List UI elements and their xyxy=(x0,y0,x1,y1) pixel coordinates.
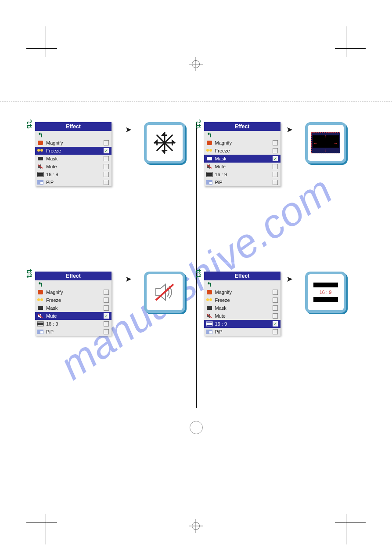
menu-item-label: 16 : 9 xyxy=(46,172,101,177)
magnify-icon xyxy=(206,140,213,146)
ratio-icon xyxy=(37,171,44,178)
checkbox-checked: ✓ xyxy=(104,148,109,153)
checkbox xyxy=(273,140,278,145)
quad-mask: ⇄⇄ Effect ↰ Magnify Freeze Mask✓ Mute 16… xyxy=(196,122,357,263)
menu-item-mask[interactable]: Mask xyxy=(35,155,111,163)
mask-preview: ↑ ↓ ← → xyxy=(311,132,340,153)
svg-point-33 xyxy=(206,298,209,301)
svg-rect-21 xyxy=(209,182,212,184)
menu-item-label: Mute xyxy=(46,164,101,169)
menu-item-label: 16 : 9 xyxy=(46,321,101,326)
mask-icon xyxy=(37,305,44,311)
menu-item-pip[interactable]: PiP xyxy=(35,328,111,336)
back-arrow-icon: ↰ xyxy=(206,281,213,287)
menu-item-mask[interactable]: Mask xyxy=(35,304,111,312)
mute-icon xyxy=(37,163,44,170)
ratio-preview: 16 : 9 xyxy=(313,283,338,302)
menu-item-pip[interactable]: PiP xyxy=(204,328,281,336)
menu-item-magnify[interactable]: Magnify xyxy=(35,139,111,147)
menu-item-mute[interactable]: Mute xyxy=(35,163,111,170)
mask-icon xyxy=(37,156,44,162)
checkbox xyxy=(104,164,109,169)
menu-title: Effect xyxy=(204,272,281,280)
svg-point-22 xyxy=(37,298,40,301)
effect-menu: ⇄⇄ Effect ↰ Magnify Freeze Mask Mute 16 … xyxy=(204,272,281,336)
crop-mark xyxy=(46,26,46,57)
magnify-icon xyxy=(37,289,44,295)
checkbox xyxy=(273,297,278,303)
svg-rect-19 xyxy=(206,173,212,176)
menu-item-ratio[interactable]: 16 : 9 xyxy=(204,170,281,178)
menu-item-label: 16 : 9 xyxy=(215,321,270,326)
menu-item-pip[interactable]: PiP xyxy=(35,178,111,186)
checkbox xyxy=(104,180,109,185)
menu-item-back[interactable]: ↰ xyxy=(204,280,281,288)
menu-item-label: Mute xyxy=(215,164,270,169)
result-freeze xyxy=(144,122,185,163)
menu-item-freeze[interactable]: Freeze xyxy=(204,296,281,304)
svg-point-34 xyxy=(209,298,212,301)
menu-item-label: Mute xyxy=(46,313,101,319)
svg-point-23 xyxy=(40,298,43,301)
menu-item-back[interactable]: ↰ xyxy=(204,131,281,139)
checkbox xyxy=(104,172,109,177)
menu-item-freeze[interactable]: Freeze ✓ xyxy=(35,147,111,155)
effect-menu: ⇄⇄ Effect ↰ Magnify Freeze Mask✓ Mute 16… xyxy=(204,122,281,186)
ratio-icon xyxy=(206,321,213,327)
menu-item-freeze[interactable]: Freeze xyxy=(204,147,281,155)
menu-title: Effect xyxy=(204,122,281,131)
checkbox xyxy=(104,329,109,334)
menu-item-label: 16 : 9 xyxy=(215,172,270,177)
svg-rect-39 xyxy=(206,323,212,325)
effect-menu: ⇄⇄ Effect ↰ Magnify Freeze Mask Mute✓ 16… xyxy=(35,272,111,336)
crop-mark xyxy=(346,514,346,544)
menu-item-ratio[interactable]: 16 : 9 xyxy=(35,170,111,178)
menu-item-back[interactable]: ↰ xyxy=(35,131,111,139)
arrow-up-icon: ↑ xyxy=(325,134,327,138)
arrow-right-icon: ➤ xyxy=(125,274,132,284)
magnify-icon xyxy=(206,289,213,295)
pip-icon xyxy=(206,329,213,335)
menu-item-mute[interactable]: Mute✓ xyxy=(35,312,111,320)
menu-item-mute[interactable]: Mute xyxy=(204,312,281,320)
svg-rect-24 xyxy=(38,306,43,310)
checkbox xyxy=(104,140,109,145)
crop-mark xyxy=(346,26,346,57)
menu-item-label: Freeze xyxy=(215,148,270,153)
menu-item-pip[interactable]: PiP xyxy=(204,178,281,186)
crop-mark xyxy=(26,522,57,522)
svg-point-1 xyxy=(40,149,43,152)
arrow-right-icon: ➤ xyxy=(286,125,293,134)
page-content: ⇄⇄ Effect ↰ Magnify Freeze ✓ Mask xyxy=(35,122,357,430)
menu-item-magnify[interactable]: Magnify xyxy=(35,288,111,296)
pip-icon xyxy=(37,329,44,335)
checkbox xyxy=(273,164,278,169)
mute-icon xyxy=(37,313,44,319)
mask-icon xyxy=(206,156,213,162)
quad-freeze: ⇄⇄ Effect ↰ Magnify Freeze ✓ Mask xyxy=(35,122,196,263)
menu-item-magnify[interactable]: Magnify xyxy=(204,288,281,296)
trim-line xyxy=(0,101,392,102)
menu-item-freeze[interactable]: Freeze xyxy=(35,296,111,304)
checkbox-checked: ✓ xyxy=(104,313,109,319)
checkbox xyxy=(104,156,109,161)
menu-item-back[interactable]: ↰ xyxy=(35,280,111,288)
back-arrow-icon: ↰ xyxy=(37,132,44,138)
checkbox xyxy=(273,180,278,185)
menu-item-label: Mask xyxy=(215,305,270,311)
svg-line-32 xyxy=(156,284,173,300)
result-mask: ↑ ↓ ← → xyxy=(305,122,346,163)
menu-item-label: Freeze xyxy=(46,297,101,303)
menu-item-ratio[interactable]: 16 : 9✓ xyxy=(204,320,281,328)
menu-item-mask[interactable]: Mask✓ xyxy=(204,155,281,163)
checkbox xyxy=(104,321,109,326)
menu-item-label: Magnify xyxy=(46,290,101,295)
menu-item-label: Magnify xyxy=(215,290,270,295)
crop-mark xyxy=(335,48,366,49)
menu-item-ratio[interactable]: 16 : 9 xyxy=(35,320,111,328)
svg-rect-15 xyxy=(207,157,212,160)
menu-item-mute[interactable]: Mute xyxy=(204,163,281,170)
menu-item-magnify[interactable]: Magnify xyxy=(204,139,281,147)
shift-arrows-icon: ⇄⇄ xyxy=(26,120,35,129)
menu-item-mask[interactable]: Mask xyxy=(204,304,281,312)
